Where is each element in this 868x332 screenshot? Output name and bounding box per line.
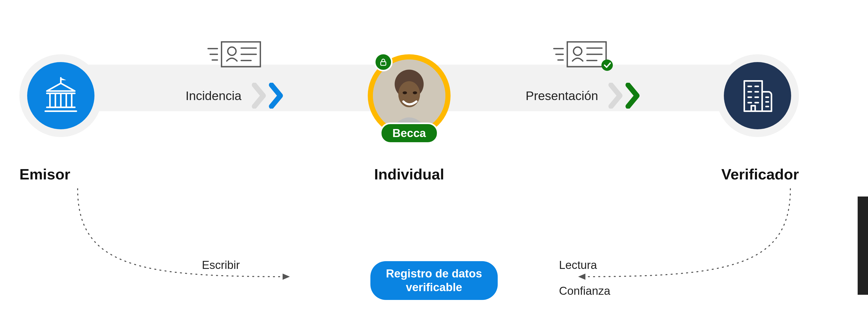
svg-point-20: [403, 91, 407, 94]
svg-rect-22: [381, 62, 386, 65]
government-building-icon: [41, 76, 80, 115]
verifier-node: [716, 54, 799, 137]
svg-point-13: [228, 47, 236, 55]
svg-point-31: [601, 60, 613, 71]
issuer-node: [20, 54, 102, 137]
svg-point-21: [413, 91, 417, 94]
office-building-icon: [738, 76, 777, 115]
svg-marker-45: [283, 273, 290, 280]
registry-pill: Registro de datos verificable: [370, 261, 498, 300]
lock-icon: [379, 58, 388, 66]
issuance-segment: Incidencia: [102, 72, 368, 119]
id-card-motion-check-icon: [552, 39, 614, 73]
cropped-edge: [858, 197, 868, 295]
issuer-role-label: Emisor: [20, 165, 70, 183]
individual-node: Becca: [368, 54, 451, 137]
svg-point-27: [574, 47, 582, 55]
verifier-role-label: Verificador: [721, 165, 799, 183]
read-label: Lectura: [559, 259, 597, 271]
individual-name-pill: Becca: [380, 123, 438, 144]
issuance-chevrons: [252, 83, 284, 109]
verifier-circle: [724, 62, 791, 129]
trust-label: Confianza: [559, 285, 610, 297]
issuer-circle: [27, 62, 94, 129]
id-card-motion-icon: [207, 39, 264, 71]
presentation-label: Presentación: [526, 89, 598, 103]
write-curve: [62, 184, 295, 287]
read-trust-curve: [573, 184, 806, 287]
svg-rect-32: [744, 81, 762, 111]
presentation-segment: Presentación: [451, 72, 716, 119]
individual-role-label: Individual: [374, 165, 444, 183]
svg-rect-41: [751, 106, 755, 111]
registry-line1: Registro de datos: [386, 267, 482, 280]
write-label: Escribir: [202, 259, 240, 271]
lock-badge: [374, 53, 393, 71]
registry-line2: verificable: [406, 281, 462, 294]
issuance-label: Incidencia: [186, 89, 242, 103]
svg-marker-46: [578, 273, 585, 280]
presentation-chevrons: [609, 83, 641, 109]
